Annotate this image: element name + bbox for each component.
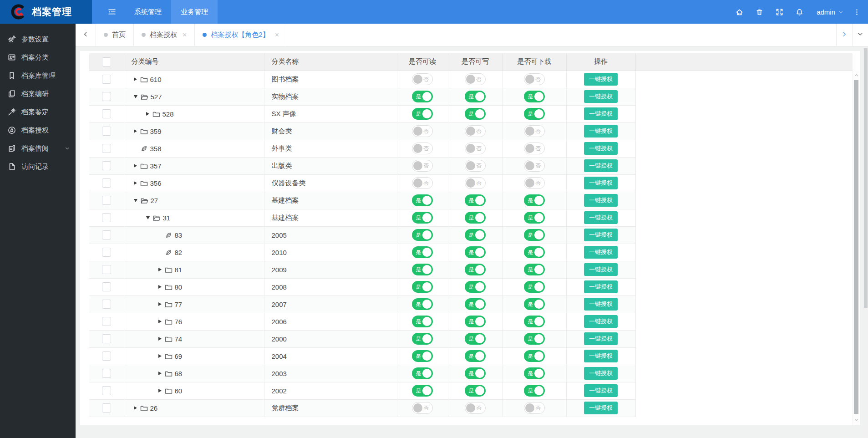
authorize-all-button[interactable]: 一键授权 <box>584 246 618 259</box>
scroll-down-icon[interactable] <box>853 416 859 423</box>
tab-close-icon[interactable]: × <box>183 31 187 39</box>
read-toggle[interactable]: 是 <box>412 333 433 345</box>
authorize-all-button[interactable]: 一键授权 <box>584 350 618 362</box>
tab-2[interactable]: 档案授权【角色2】× <box>195 24 287 46</box>
row-checkbox[interactable] <box>102 386 111 395</box>
expand-caret-icon[interactable] <box>158 372 162 375</box>
collapse-caret-icon[interactable] <box>146 216 150 219</box>
read-toggle[interactable]: 是 <box>412 264 433 275</box>
write-toggle[interactable]: 是 <box>465 229 486 241</box>
fullscreen-icon[interactable] <box>769 0 789 24</box>
write-toggle[interactable]: 是 <box>465 264 486 275</box>
tab-close-icon[interactable]: × <box>275 31 279 39</box>
bell-icon[interactable] <box>789 0 809 24</box>
download-toggle[interactable]: 否 <box>524 177 545 189</box>
expand-caret-icon[interactable] <box>158 337 162 341</box>
tabs-scroll-right-button[interactable] <box>836 24 852 46</box>
kebab-menu-icon[interactable] <box>851 9 863 15</box>
row-checkbox[interactable] <box>102 300 111 309</box>
write-toggle[interactable]: 是 <box>465 246 486 258</box>
nav-item-0[interactable]: 系统管理 <box>125 0 171 24</box>
authorize-all-button[interactable]: 一键授权 <box>584 280 618 293</box>
row-checkbox[interactable] <box>102 351 111 361</box>
write-toggle[interactable]: 是 <box>465 385 486 397</box>
download-toggle[interactable]: 是 <box>524 212 545 224</box>
row-checkbox[interactable] <box>102 75 111 84</box>
authorize-all-button[interactable]: 一键授权 <box>584 263 618 276</box>
write-toggle[interactable]: 是 <box>465 108 486 120</box>
download-toggle[interactable]: 是 <box>524 281 545 293</box>
write-toggle[interactable]: 否 <box>465 125 486 137</box>
tab-1[interactable]: 档案授权× <box>134 24 195 46</box>
row-checkbox[interactable] <box>102 144 111 153</box>
download-toggle[interactable]: 否 <box>524 143 545 154</box>
download-toggle[interactable]: 是 <box>524 298 545 310</box>
download-toggle[interactable]: 是 <box>524 316 545 327</box>
expand-caret-icon[interactable] <box>158 389 162 392</box>
authorize-all-button[interactable]: 一键授权 <box>584 229 618 241</box>
write-toggle[interactable]: 是 <box>465 91 486 102</box>
collapse-caret-icon[interactable] <box>134 199 137 202</box>
user-menu[interactable]: admin <box>809 8 851 16</box>
authorize-all-button[interactable]: 一键授权 <box>584 159 618 172</box>
download-toggle[interactable]: 是 <box>524 333 545 345</box>
authorize-all-button[interactable]: 一键授权 <box>584 125 618 138</box>
read-toggle[interactable]: 是 <box>412 108 433 120</box>
row-checkbox[interactable] <box>102 230 111 239</box>
download-toggle[interactable]: 是 <box>524 350 545 362</box>
expand-caret-icon[interactable] <box>158 285 162 289</box>
authorize-all-button[interactable]: 一键授权 <box>584 194 618 207</box>
expand-caret-icon[interactable] <box>134 164 137 168</box>
download-toggle[interactable]: 是 <box>524 246 545 258</box>
row-checkbox[interactable] <box>102 213 111 222</box>
sidebar-item-1[interactable]: 档案分类 <box>0 48 76 66</box>
row-checkbox[interactable] <box>102 178 111 188</box>
write-toggle[interactable]: 否 <box>465 143 486 154</box>
expand-caret-icon[interactable] <box>134 129 137 133</box>
row-checkbox[interactable] <box>102 317 111 326</box>
sidebar-item-4[interactable]: 档案鉴定 <box>0 103 76 121</box>
collapse-caret-icon[interactable] <box>134 95 137 98</box>
row-checkbox[interactable] <box>102 92 111 101</box>
read-toggle[interactable]: 否 <box>412 402 433 414</box>
download-toggle[interactable]: 否 <box>524 160 545 172</box>
write-toggle[interactable]: 是 <box>465 367 486 379</box>
authorize-all-button[interactable]: 一键授权 <box>584 90 618 103</box>
download-toggle[interactable]: 是 <box>524 194 545 206</box>
download-toggle[interactable]: 是 <box>524 367 545 379</box>
row-checkbox[interactable] <box>102 109 111 118</box>
sidebar-item-3[interactable]: 档案编研 <box>0 85 76 103</box>
sidebar-toggle-icon[interactable] <box>107 0 118 24</box>
row-checkbox[interactable] <box>102 282 111 291</box>
tab-0[interactable]: 首页 <box>96 24 134 46</box>
read-toggle[interactable]: 是 <box>412 212 433 224</box>
expand-caret-icon[interactable] <box>158 354 162 358</box>
page-scrollbar-thumb[interactable] <box>864 48 868 308</box>
scroll-up-icon[interactable] <box>853 71 859 79</box>
row-checkbox[interactable] <box>102 403 111 413</box>
row-checkbox[interactable] <box>102 334 111 343</box>
expand-caret-icon[interactable] <box>158 302 162 306</box>
trash-icon[interactable] <box>749 0 769 24</box>
row-checkbox[interactable] <box>102 369 111 378</box>
expand-caret-icon[interactable] <box>158 320 162 323</box>
write-toggle[interactable]: 是 <box>465 298 486 310</box>
sidebar-item-2[interactable]: 档案库管理 <box>0 66 76 85</box>
tabs-menu-button[interactable] <box>852 24 868 46</box>
expand-caret-icon[interactable] <box>158 268 162 271</box>
sidebar-item-7[interactable]: 访问记录 <box>0 158 76 176</box>
read-toggle[interactable]: 否 <box>412 143 433 154</box>
authorize-all-button[interactable]: 一键授权 <box>584 73 618 86</box>
authorize-all-button[interactable]: 一键授权 <box>584 367 618 380</box>
read-toggle[interactable]: 是 <box>412 385 433 397</box>
expand-caret-icon[interactable] <box>134 77 137 81</box>
row-checkbox[interactable] <box>102 127 111 136</box>
read-toggle[interactable]: 是 <box>412 229 433 241</box>
tabs-scroll-left-button[interactable] <box>76 24 96 46</box>
authorize-all-button[interactable]: 一键授权 <box>584 177 618 189</box>
authorize-all-button[interactable]: 一键授权 <box>584 107 618 120</box>
authorize-all-button[interactable]: 一键授权 <box>584 402 618 414</box>
sidebar-item-5[interactable]: 档案授权 <box>0 121 76 139</box>
select-all-checkbox[interactable] <box>102 57 111 66</box>
authorize-all-button[interactable]: 一键授权 <box>584 142 618 155</box>
